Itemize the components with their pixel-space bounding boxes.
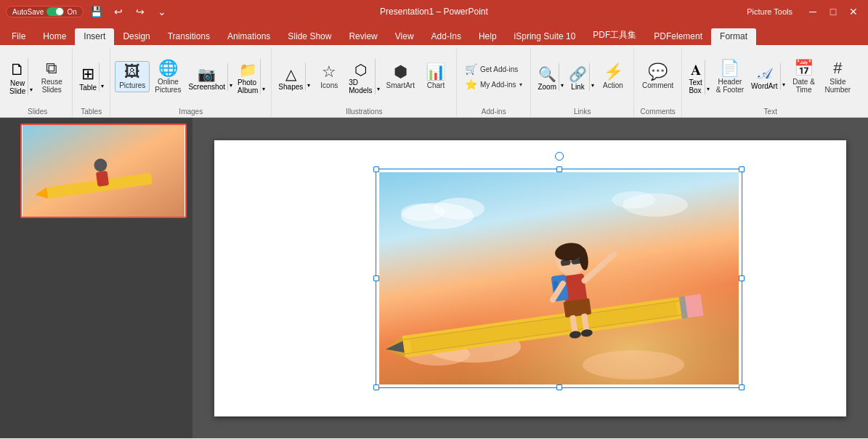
tab-pdftools[interactable]: PDF工具集 [584, 26, 645, 45]
action-button[interactable]: ⚡ Action [597, 62, 629, 92]
photo-album-button[interactable]: 📁 PhotoAlbum ▾ [235, 59, 267, 94]
autosave-toggle[interactable] [46, 7, 64, 16]
tab-design[interactable]: Design [114, 28, 158, 45]
icons-button[interactable]: ☆ Icons [313, 62, 345, 92]
reuse-slides-label: ReuseSlides [41, 78, 62, 94]
zoom-dropdown[interactable]: ▾ [559, 63, 565, 91]
ribbon-group-images: 🖼 Pictures 🌐 OnlinePictures 📷 Screenshot… [110, 48, 272, 117]
my-addins-dropdown[interactable]: ▾ [519, 81, 522, 88]
screenshot-dropdown[interactable]: ▾ [227, 63, 234, 91]
smartart-button[interactable]: ⬢ SmartArt [383, 62, 418, 92]
textbox-button[interactable]: 𝐀 TextBox ▾ [686, 60, 710, 94]
shapes-dropdown[interactable]: ▾ [305, 63, 312, 91]
redo-button[interactable]: ↪ [131, 3, 149, 20]
table-label: Table [79, 84, 97, 92]
tab-file[interactable]: File [3, 28, 34, 45]
3d-models-button[interactable]: ⬡ 3DModels ▾ [346, 59, 381, 94]
maximize-button[interactable]: □ [824, 3, 842, 20]
tab-animations[interactable]: Animations [219, 28, 279, 45]
link-button[interactable]: 🔗 Link ▾ [567, 63, 596, 91]
text-group-label: Text [764, 105, 777, 117]
tab-transitions[interactable]: Transitions [159, 28, 219, 45]
my-addins-button[interactable]: ⭐ My Add-ins ▾ [461, 77, 526, 92]
chart-label: Chart [427, 81, 445, 89]
3d-models-dropdown[interactable]: ▾ [375, 59, 381, 94]
handle-top-center[interactable] [556, 166, 562, 172]
screenshot-label: Screenshot [188, 83, 225, 91]
tab-ispring[interactable]: iSpring Suite 10 [506, 28, 585, 45]
ribbon-group-text: 𝐀 TextBox ▾ 📄 Header& Footer 𝒜 WordArt ▾… [682, 48, 859, 117]
undo-button[interactable]: ↩ [110, 3, 127, 20]
slide-thumbnail-1[interactable] [20, 124, 187, 218]
tab-format[interactable]: Format [711, 28, 756, 45]
wordart-button[interactable]: 𝒜 WordArt ▾ [749, 63, 787, 90]
online-pictures-icon: 🌐 [158, 60, 178, 76]
tab-pdfelement[interactable]: PDFelement [645, 28, 711, 45]
minimize-button[interactable]: ─ [804, 3, 822, 20]
screenshot-button[interactable]: 📷 Screenshot ▾ [186, 63, 234, 91]
textbox-dropdown[interactable]: ▾ [705, 60, 711, 94]
selected-image[interactable] [379, 172, 739, 384]
handle-mid-right[interactable] [739, 275, 745, 281]
tab-insert[interactable]: Insert [75, 28, 114, 45]
comments-group-label: Comments [641, 105, 676, 117]
illustrations-group-label: Illustrations [346, 105, 383, 117]
slide-number-icon: # [833, 60, 842, 76]
canvas-area [192, 118, 868, 438]
tab-slideshow[interactable]: Slide Show [279, 28, 340, 45]
zoom-button[interactable]: 🔍 Zoom ▾ [535, 63, 565, 91]
comment-button[interactable]: 💬 Comment [638, 62, 677, 92]
get-addins-button[interactable]: 🛒 Get Add-ins [461, 62, 526, 76]
online-pictures-button[interactable]: 🌐 OnlinePictures [151, 58, 184, 96]
new-slide-button[interactable]: 🗋 New Slide ▾ [7, 58, 34, 95]
table-button[interactable]: ⊞ Table ▾ [77, 63, 105, 92]
new-slide-dropdown[interactable]: ▾ [28, 58, 34, 95]
close-button[interactable]: ✕ [845, 3, 862, 20]
shapes-button[interactable]: △ Shapes ▾ [276, 63, 312, 91]
slide-number-label: SlideNumber [825, 78, 851, 94]
ribbon-group-tables: ⊞ Table ▾ Tables [73, 48, 110, 117]
date-time-button[interactable]: 📅 Date &Time [788, 58, 820, 96]
handle-bot-left[interactable] [373, 384, 379, 390]
tab-addins[interactable]: Add-Ins [423, 28, 470, 45]
comment-icon: 💬 [648, 64, 668, 80]
title-bar: AutoSave On 💾 ↩ ↪ ⌄ Presentation1 – Powe… [0, 0, 868, 23]
link-dropdown[interactable]: ▾ [589, 63, 596, 91]
table-dropdown[interactable]: ▾ [99, 63, 105, 92]
quick-access-dropdown[interactable]: ⌄ [153, 3, 171, 20]
handle-bot-center[interactable] [556, 384, 562, 390]
ribbon-group-links: 🔍 Zoom ▾ 🔗 Link ▾ ⚡ Action Links [531, 48, 634, 117]
chart-icon: 📊 [426, 64, 445, 80]
pictures-label: Pictures [119, 81, 145, 89]
tab-review[interactable]: Review [340, 28, 386, 45]
wordart-dropdown[interactable]: ▾ [780, 63, 787, 90]
autosave-control[interactable]: AutoSave On [6, 6, 84, 17]
autosave-state: On [67, 8, 76, 16]
tab-view[interactable]: View [386, 28, 423, 45]
header-footer-button[interactable]: 📄 Header& Footer [713, 58, 747, 96]
photo-album-dropdown[interactable]: ▾ [260, 59, 267, 94]
svg-point-11 [612, 191, 655, 209]
addins-col: 🛒 Get Add-ins ⭐ My Add-ins ▾ [461, 62, 526, 92]
title-bar-left: AutoSave On 💾 ↩ ↪ ⌄ [6, 3, 291, 20]
handle-top-left[interactable] [373, 166, 379, 172]
photo-album-label: PhotoAlbum [238, 78, 258, 94]
tab-help[interactable]: Help [470, 28, 506, 45]
rotate-handle[interactable] [555, 152, 564, 161]
chart-button[interactable]: 📊 Chart [420, 62, 452, 92]
new-slide-icon: 🗋 [9, 60, 25, 79]
comment-label: Comment [642, 81, 673, 89]
wordart-label: WordArt [751, 82, 778, 90]
pictures-button[interactable]: 🖼 Pictures [115, 61, 150, 92]
save-button[interactable]: 💾 [88, 3, 105, 20]
handle-bot-right[interactable] [739, 384, 745, 390]
date-time-label: Date &Time [792, 78, 815, 94]
handle-mid-left[interactable] [373, 275, 379, 281]
link-label: Link [571, 83, 584, 91]
slide-number-button[interactable]: # SlideNumber [822, 58, 855, 96]
tab-home[interactable]: Home [34, 28, 75, 45]
reuse-slides-button[interactable]: ⧉ ReuseSlides [36, 58, 68, 96]
zoom-icon: 🔍 [538, 65, 556, 83]
handle-top-right[interactable] [739, 166, 745, 172]
main-area: 1 [0, 118, 868, 438]
